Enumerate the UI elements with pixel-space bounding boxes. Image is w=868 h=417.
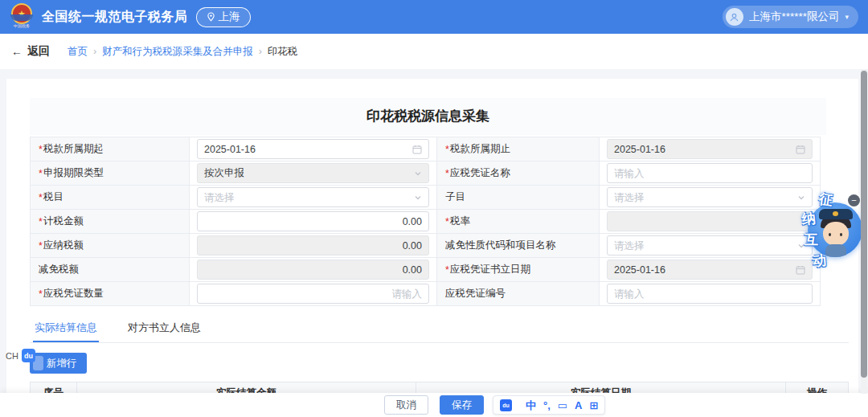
field-voucher-issue-date-input (614, 264, 792, 276)
cell-filing-term-type (190, 161, 437, 186)
user-name: 上海市******限公司 (749, 10, 840, 24)
cell-tax-basis-amount (190, 210, 437, 234)
police-hat-icon (819, 209, 853, 219)
add-row-button[interactable]: 新增行 (30, 353, 87, 374)
ime-lang-label: CH (6, 351, 18, 361)
app-header: ★ 中国税务 全国统一规范电子税务局 上海 上海市******限公司 ▾ (0, 0, 868, 34)
label-voucher-quantity: *应税凭证数量 (31, 282, 190, 306)
location-label: 上海 (219, 10, 240, 24)
baidu-ime-badge-icon: du (22, 349, 35, 362)
required-asterisk: * (39, 216, 43, 227)
emblem-caption: 中国税务 (11, 23, 32, 30)
grid-menu-icon[interactable]: ⊞ (590, 400, 599, 411)
label-voucher-issue-date: *应税凭证书立日期 (437, 258, 600, 282)
field-tax-basis-amount[interactable] (197, 211, 429, 231)
location-selector[interactable]: 上海 (196, 7, 251, 27)
cell-voucher-issue-date (600, 258, 821, 282)
sub-navigation: ← 返回 首页›财产和行为税税源采集及合并申报›印花税 (0, 34, 868, 69)
page-title: 印花税税源信息采集 (30, 98, 826, 135)
field-taxable-voucher-name-input[interactable] (614, 168, 805, 179)
field-tax-basis-amount-input[interactable] (204, 216, 422, 227)
label-tax-basis-amount: *计税金额 (31, 210, 190, 234)
field-tax-period-start[interactable] (197, 139, 429, 159)
breadcrumb-item-1[interactable]: 财产和行为税税源采集及合并申报 (102, 45, 253, 59)
required-asterisk: * (445, 168, 449, 179)
tab-1[interactable]: 对方书立人信息 (126, 319, 203, 342)
field-tax-item-input[interactable] (204, 192, 410, 203)
font-style-icon[interactable]: A (575, 400, 582, 411)
field-tax-period-end-input (614, 144, 792, 155)
label-reduction-code-and-project: 减免性质代码和项目名称 (437, 234, 600, 258)
label-sub-item: 子目 (437, 186, 600, 210)
cell-voucher-quantity (190, 282, 437, 306)
field-tax-payable (197, 235, 429, 256)
field-sub-item-input[interactable] (614, 192, 793, 203)
chinese-mode-icon[interactable]: 中 (526, 400, 536, 411)
field-voucher-number[interactable] (607, 284, 813, 304)
cell-taxable-voucher-name (600, 161, 821, 186)
required-asterisk: * (39, 168, 43, 179)
assistant-char-2: 互 (805, 231, 818, 249)
field-voucher-number-input[interactable] (614, 288, 805, 300)
label-tax-rate: *税率 (437, 210, 600, 234)
cancel-button[interactable]: 取消 (384, 395, 428, 415)
cell-sub-item (600, 186, 821, 210)
ime-language-indicator[interactable]: CH du (6, 349, 35, 362)
field-tax-period-start-input[interactable] (204, 144, 408, 155)
punctuation-icon[interactable]: °‚ (543, 400, 551, 411)
chevron-down-icon (414, 170, 422, 178)
tax-assistant-widget[interactable]: 征纳互动 − (800, 190, 864, 272)
tab-0[interactable]: 实际结算信息 (33, 319, 99, 342)
cell-tax-rate (600, 210, 821, 234)
field-tax-period-end (607, 139, 813, 159)
field-reduction-amount-input (204, 264, 422, 276)
label-tax-payable: *应纳税额 (31, 234, 190, 258)
page-scrollbar[interactable] (861, 69, 867, 394)
back-arrow-icon: ← (11, 45, 23, 58)
collapse-assistant-button[interactable]: − (848, 194, 860, 206)
required-asterisk: * (445, 216, 449, 227)
field-tax-payable-input (204, 240, 422, 251)
footer-action-bar: 取消 保存 du中°‚▭A⊞ (0, 393, 868, 417)
cell-tax-period-end (600, 137, 821, 161)
breadcrumb-item-2: 印花税 (268, 45, 298, 59)
field-reduction-code-and-project-input[interactable] (614, 240, 793, 251)
chevron-down-icon (414, 194, 422, 202)
user-account-menu[interactable]: 上海市******限公司 ▾ (723, 6, 858, 28)
calendar-icon (796, 145, 805, 154)
breadcrumb-separator: › (259, 46, 262, 57)
label-tax-period-end: *税款所属期止 (437, 137, 600, 161)
field-tax-item[interactable] (197, 187, 429, 207)
calendar-icon (412, 145, 422, 154)
field-voucher-quantity-input[interactable] (204, 288, 422, 300)
add-row-label: 新增行 (47, 357, 77, 370)
assistant-char-0: 征 (817, 190, 833, 210)
scrollbar-thumb[interactable] (861, 71, 867, 378)
back-button[interactable]: ← 返回 (11, 44, 50, 59)
required-asterisk: * (445, 264, 449, 276)
field-filing-term-type-input (204, 168, 410, 179)
label-tax-item: *税目 (31, 186, 190, 210)
field-voucher-issue-date (607, 260, 813, 280)
field-reduction-code-and-project[interactable] (607, 235, 813, 256)
field-reduction-amount (197, 260, 429, 280)
field-voucher-quantity[interactable] (197, 284, 429, 304)
cell-reduction-code-and-project (600, 234, 821, 258)
breadcrumb-separator: › (93, 46, 96, 57)
field-taxable-voucher-name[interactable] (607, 163, 813, 183)
baidu-ime-logo-icon[interactable]: du (500, 399, 512, 411)
breadcrumb-item-0[interactable]: 首页 (68, 45, 88, 59)
field-sub-item[interactable] (607, 187, 813, 207)
cell-tax-period-start (190, 137, 437, 161)
label-tax-period-start: *税款所属期起 (31, 137, 190, 161)
app-title: 全国统一规范电子税务局 (42, 9, 188, 26)
cell-tax-payable (190, 234, 437, 258)
save-button[interactable]: 保存 (440, 395, 484, 415)
cell-tax-item (190, 186, 437, 210)
form-grid: *税款所属期起*税款所属期止*申报期限类型*应税凭证名称*税目子目*计税金额*税… (30, 137, 821, 306)
keyboard-icon[interactable]: ▭ (558, 400, 567, 411)
cell-voucher-number (600, 282, 821, 306)
field-tax-rate-input (614, 216, 805, 227)
ime-toolbar[interactable]: du中°‚▭A⊞ (493, 395, 605, 415)
field-tax-rate (607, 211, 813, 231)
